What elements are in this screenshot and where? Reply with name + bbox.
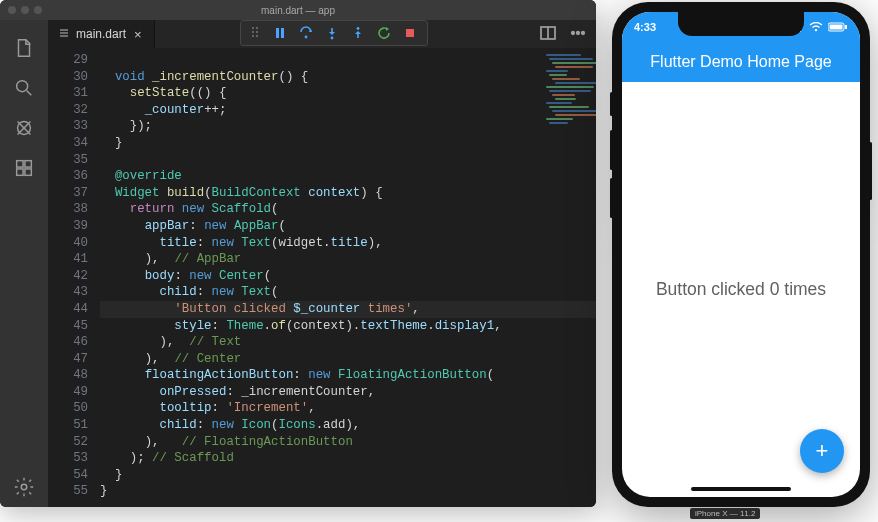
- debug-toolbar[interactable]: [240, 20, 428, 46]
- code-line[interactable]: ), // Center: [100, 351, 596, 368]
- line-number: 48: [48, 367, 88, 384]
- simulator-window: 4:33 Flutter Demo Home Page Button click…: [612, 2, 870, 507]
- code-line[interactable]: style: Theme.of(context).textTheme.displ…: [100, 318, 596, 335]
- line-number: 36: [48, 168, 88, 185]
- svg-point-0: [252, 27, 254, 29]
- line-number: 53: [48, 450, 88, 467]
- line-number: 49: [48, 384, 88, 401]
- mute-switch: [610, 92, 613, 116]
- code-line[interactable]: _counter++;: [100, 102, 596, 119]
- floating-action-button[interactable]: +: [800, 429, 844, 473]
- app-bar: Flutter Demo Home Page: [622, 42, 860, 82]
- debug-restart-button[interactable]: [377, 26, 391, 40]
- code-line[interactable]: }: [100, 483, 596, 500]
- line-number: 42: [48, 268, 88, 285]
- line-number: 47: [48, 351, 88, 368]
- code-line[interactable]: title: new Text(widget.title),: [100, 235, 596, 252]
- code-line[interactable]: }: [100, 135, 596, 152]
- code-line[interactable]: appBar: new AppBar(: [100, 218, 596, 235]
- code-line[interactable]: [100, 152, 596, 169]
- line-number: 51: [48, 417, 88, 434]
- line-number: 43: [48, 284, 88, 301]
- code-line[interactable]: setState(() {: [100, 85, 596, 102]
- code-line[interactable]: body: new Center(: [100, 268, 596, 285]
- debug-step-out-button[interactable]: [351, 26, 365, 40]
- debug-icon[interactable]: [0, 108, 48, 148]
- line-number: 41: [48, 251, 88, 268]
- plus-icon: +: [816, 438, 829, 464]
- line-number: 31: [48, 85, 88, 102]
- line-number: 33: [48, 118, 88, 135]
- code-line[interactable]: });: [100, 118, 596, 135]
- svg-point-2: [252, 31, 254, 33]
- code-line[interactable]: floatingActionButton: new FloatingAction…: [100, 367, 596, 384]
- svg-point-3: [256, 31, 258, 33]
- code-line[interactable]: }: [100, 467, 596, 484]
- svg-rect-30: [845, 25, 847, 29]
- app-bar-title: Flutter Demo Home Page: [650, 53, 831, 71]
- svg-point-18: [21, 484, 27, 490]
- file-list-icon: [58, 27, 70, 42]
- code-line[interactable]: ); // Scaffold: [100, 450, 596, 467]
- svg-point-21: [577, 31, 580, 34]
- window-traffic-lights[interactable]: [8, 6, 42, 14]
- code-line[interactable]: tooltip: 'Increment',: [100, 400, 596, 417]
- tab-main-dart[interactable]: main.dart ×: [48, 20, 155, 48]
- code-line[interactable]: Widget build(BuildContext context) {: [100, 185, 596, 202]
- code-line[interactable]: ), // Text: [100, 334, 596, 351]
- svg-point-27: [815, 29, 817, 31]
- split-editor-icon[interactable]: [540, 25, 556, 44]
- search-icon[interactable]: [0, 68, 48, 108]
- drag-grip-icon[interactable]: [251, 24, 261, 42]
- svg-point-20: [572, 31, 575, 34]
- close-window-icon[interactable]: [8, 6, 16, 14]
- svg-rect-6: [276, 28, 279, 38]
- debug-pause-button[interactable]: [273, 26, 287, 40]
- explorer-icon[interactable]: [0, 28, 48, 68]
- line-number: 37: [48, 185, 88, 202]
- svg-point-5: [256, 35, 258, 37]
- more-icon[interactable]: [570, 25, 586, 44]
- code-line[interactable]: 'Button clicked $_counter times',: [100, 301, 596, 318]
- window-title: main.dart — app: [261, 5, 335, 16]
- svg-rect-17: [25, 169, 31, 175]
- extensions-icon[interactable]: [0, 148, 48, 188]
- line-number: 30: [48, 69, 88, 86]
- debug-step-into-button[interactable]: [325, 26, 339, 40]
- line-number: 34: [48, 135, 88, 152]
- debug-stop-button[interactable]: [403, 26, 417, 40]
- wifi-icon: [809, 22, 823, 32]
- code-line[interactable]: void _incrementCounter() {: [100, 69, 596, 86]
- titlebar: main.dart — app: [0, 0, 596, 20]
- close-icon[interactable]: ×: [132, 27, 144, 42]
- line-number: 44: [48, 301, 88, 318]
- line-number: 39: [48, 218, 88, 235]
- zoom-window-icon[interactable]: [34, 6, 42, 14]
- settings-gear-icon[interactable]: [0, 467, 48, 507]
- code-line[interactable]: ), // AppBar: [100, 251, 596, 268]
- vscode-window: main.dart — app: [0, 0, 596, 507]
- line-number-gutter: 2930313233343536373839404142434445464748…: [48, 48, 96, 507]
- code-line[interactable]: ), // FloatingActionButton: [100, 434, 596, 451]
- code-content[interactable]: void _incrementCounter() { setState(() {…: [96, 48, 596, 507]
- code-line[interactable]: return new Scaffold(: [100, 201, 596, 218]
- svg-rect-14: [17, 161, 23, 167]
- battery-icon: [828, 22, 848, 32]
- line-number: 29: [48, 52, 88, 69]
- code-line[interactable]: @override: [100, 168, 596, 185]
- code-line[interactable]: onPressed: _incrementCounter,: [100, 384, 596, 401]
- line-number: 50: [48, 400, 88, 417]
- line-number: 35: [48, 152, 88, 169]
- line-number: 46: [48, 334, 88, 351]
- code-line[interactable]: child: new Icon(Icons.add),: [100, 417, 596, 434]
- editor-area[interactable]: 2930313233343536373839404142434445464748…: [48, 48, 596, 507]
- svg-point-10: [357, 27, 360, 30]
- svg-point-1: [256, 27, 258, 29]
- code-line[interactable]: child: new Text(: [100, 284, 596, 301]
- code-line[interactable]: [100, 52, 596, 69]
- home-indicator[interactable]: [691, 487, 791, 491]
- minimize-window-icon[interactable]: [21, 6, 29, 14]
- svg-rect-15: [25, 161, 31, 167]
- debug-step-over-button[interactable]: [299, 26, 313, 40]
- activity-bar: [0, 20, 48, 507]
